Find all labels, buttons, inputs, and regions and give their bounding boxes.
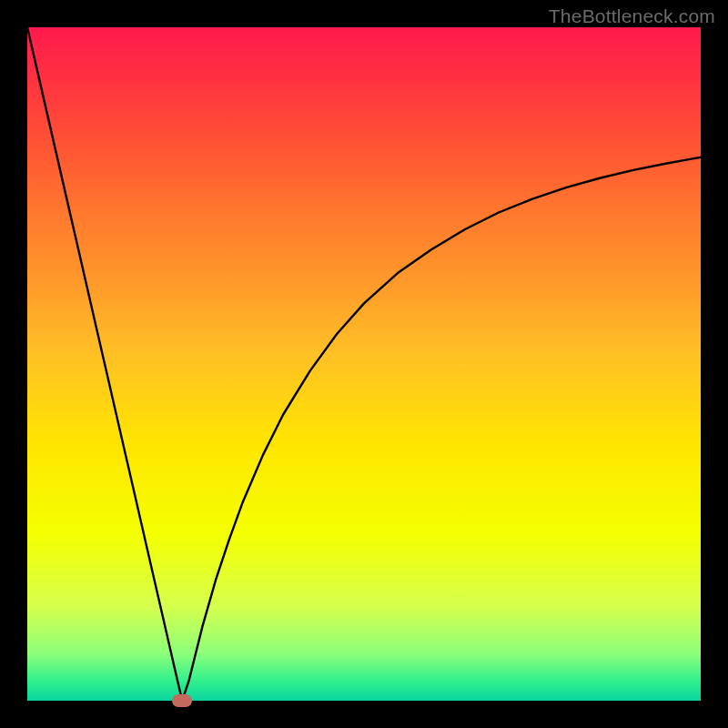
curve-layer — [27, 27, 701, 701]
optimum-marker — [172, 694, 192, 707]
chart-frame: TheBottleneck.com — [0, 0, 728, 728]
watermark-text: TheBottleneck.com — [549, 5, 715, 27]
plot-area — [27, 27, 701, 701]
bottleneck-curve — [27, 27, 701, 701]
